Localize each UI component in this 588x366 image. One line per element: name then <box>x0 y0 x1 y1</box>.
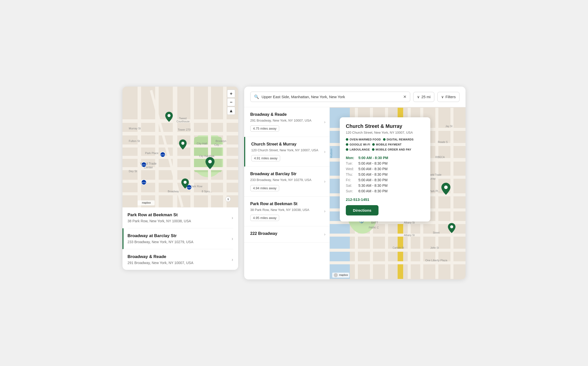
zoom-in-button[interactable]: + <box>227 90 235 98</box>
info-popup: Church Street & Murray 120 Church Street… <box>340 117 430 222</box>
map-pin-4[interactable] <box>181 178 189 190</box>
app-wrapper: Murray St Fulton St Dey St Park Place Wo… <box>122 87 466 279</box>
left-map: Murray St Fulton St Dey St Park Place Wo… <box>122 87 238 207</box>
svg-point-94 <box>444 186 448 189</box>
chevron-right-icon: › <box>324 179 325 184</box>
svg-point-45 <box>167 114 171 117</box>
feature-tag-4: LABOULANGE <box>346 148 370 151</box>
svg-point-95 <box>450 225 453 228</box>
chevron-right-icon: › <box>324 232 325 237</box>
chevron-down-icon: ∨ <box>417 95 420 99</box>
svg-text:City Hall: City Hall <box>197 142 207 145</box>
svg-text:MTA: MTA <box>142 164 146 166</box>
svg-text:One Liberty Plaza: One Liberty Plaza <box>425 259 447 262</box>
svg-text:ℹ: ℹ <box>228 198 229 201</box>
svg-text:Albany St: Albany St <box>404 234 415 237</box>
feature-tag-1: DIGITAL REWARDS <box>383 138 414 141</box>
chevron-right-icon: › <box>324 120 325 124</box>
popup-address: 120 Church Street, New York, NY 10007, U… <box>346 131 424 134</box>
svg-text:mapbox: mapbox <box>339 274 348 276</box>
list-item-4[interactable]: 222 Broadway › <box>244 226 329 243</box>
chevron-down-icon: ∨ <box>441 95 444 99</box>
hours-row-fri: Fri: 5:00 AM - 8:30 PM <box>346 177 424 183</box>
svg-text:MTA: MTA <box>161 154 165 156</box>
feature-tag-3: MOBILE PAYMENT <box>372 143 402 146</box>
left-loc-item-1[interactable]: Broadway at Barclay Str 233 Broadway, Ne… <box>122 228 233 249</box>
svg-text:8 Spru...: 8 Spru... <box>202 190 212 193</box>
svg-text:Jay St: Jay St <box>445 125 452 128</box>
feature-tags: OVEN-WARMED FOOD DIGITAL REWARDS GOOGLE … <box>346 138 424 151</box>
hours-row-tue: Tue: 5:00 AM - 8:30 PM <box>346 161 424 166</box>
svg-text:Tweed: Tweed <box>179 117 186 120</box>
chevron-right-icon: › <box>232 215 233 221</box>
list-section: Broadway & Reade 291 Broadway, New York,… <box>244 107 330 279</box>
hours-row-mon: Mon: 5:00 AM - 8:30 PM <box>346 155 424 161</box>
search-bar: 🔍 ✕ ∨ 25 mi ∨ Filters <box>244 87 466 107</box>
tag-dot <box>346 143 348 146</box>
svg-point-47 <box>208 160 212 163</box>
svg-text:RIBECA: RIBECA <box>435 156 445 159</box>
main-content: Broadway & Reade 291 Broadway, New York,… <box>244 107 466 279</box>
hours-row-sat: Sat: 5:30 AM - 8:30 PM <box>346 183 424 188</box>
list-item-0[interactable]: Broadway & Reade 291 Broadway, New York,… <box>244 107 329 137</box>
phone-link[interactable]: 212-513-1451 <box>346 197 424 202</box>
svg-text:Broadway: Broadway <box>168 190 179 193</box>
svg-rect-15 <box>223 87 227 207</box>
svg-text:Dey St: Dey St <box>129 170 137 173</box>
filters-button[interactable]: ∨ Filters <box>437 92 459 102</box>
svg-text:Tower 270: Tower 270 <box>178 128 191 131</box>
hours-row-thu: Thu: 5:00 AM - 8:30 PM <box>346 172 424 177</box>
svg-text:Hudson: Hudson <box>330 149 333 158</box>
tag-dot <box>372 143 375 146</box>
right-panel: 🔍 ✕ ∨ 25 mi ∨ Filters Broadway & Reade 2… <box>244 87 466 279</box>
list-item-2[interactable]: Broadway at Barclay Str 233 Broadway, Ne… <box>244 167 329 196</box>
tag-dot <box>346 138 348 141</box>
svg-rect-10 <box>138 87 141 207</box>
svg-text:PARK C: PARK C <box>369 226 379 229</box>
svg-text:Park Place: Park Place <box>145 152 158 155</box>
svg-rect-60 <box>330 234 466 237</box>
left-loc-item-0[interactable]: Park Row at Beekman St 38 Park Row, New … <box>128 207 233 228</box>
feature-tag-0: OVEN-WARMED FOOD <box>346 138 381 141</box>
svg-text:MTA: MTA <box>142 181 146 184</box>
right-map-pin-3[interactable] <box>448 223 455 234</box>
list-item-3[interactable]: Park Row at Beekman St 38 Park Row, New … <box>244 197 329 226</box>
svg-text:Brooklyn: Brooklyn <box>216 139 226 142</box>
chevron-right-icon: › <box>232 236 233 241</box>
feature-tag-2: GOOGLE WI-FI <box>346 143 370 146</box>
hours-table: Mon: 5:00 AM - 8:30 PM Tue: 5:00 AM - 8:… <box>346 155 424 194</box>
right-map: North Cov Yacht Harb Chamb... Jay St Rea… <box>330 107 466 279</box>
chevron-right-icon: › <box>324 150 325 154</box>
chevron-right-icon: › <box>324 209 325 213</box>
list-item-1[interactable]: Church Street & Murray 120 Church Street… <box>244 137 329 167</box>
svg-rect-68 <box>435 108 438 279</box>
right-map-pin-2[interactable] <box>441 183 450 196</box>
svg-text:Murray St: Murray St <box>129 127 141 130</box>
compass-button[interactable]: ▲ <box>227 107 235 115</box>
directions-button[interactable]: Directions <box>346 205 379 215</box>
svg-point-46 <box>181 142 184 145</box>
search-input-wrap[interactable]: 🔍 ✕ <box>250 92 410 102</box>
hours-row-wed: Wed: 5:00 AM - 8:30 PM <box>346 166 424 172</box>
tag-dot <box>346 148 348 151</box>
popup-title: Church Street & Murray <box>346 123 424 129</box>
svg-text:Street: Street <box>433 231 440 234</box>
map-pin-1[interactable] <box>165 112 173 123</box>
clear-button[interactable]: ✕ <box>403 94 406 99</box>
svg-text:Reade S: Reade S <box>438 141 448 143</box>
left-loc-item-2[interactable]: Broadway & Reade 291 Broadway, New York,… <box>128 249 233 270</box>
search-input[interactable] <box>262 95 401 99</box>
map-controls: + − ▲ <box>227 90 235 115</box>
zoom-out-button[interactable]: − <box>227 98 235 106</box>
svg-text:Park Pl...: Park Pl... <box>429 190 440 193</box>
svg-point-91 <box>334 273 338 277</box>
svg-text:John St: John St <box>430 246 439 249</box>
chevron-right-icon: › <box>232 257 233 262</box>
distance-filter-button[interactable]: ∨ 25 mi <box>413 92 434 102</box>
map-pin-3-selected[interactable] <box>205 157 215 170</box>
svg-text:Albany St: Albany St <box>404 221 415 224</box>
svg-text:Courthouse: Courthouse <box>177 120 190 123</box>
svg-text:Fulton St: Fulton St <box>129 139 140 142</box>
map-pin-2[interactable] <box>179 139 187 151</box>
svg-text:Park Row: Park Row <box>190 185 202 188</box>
